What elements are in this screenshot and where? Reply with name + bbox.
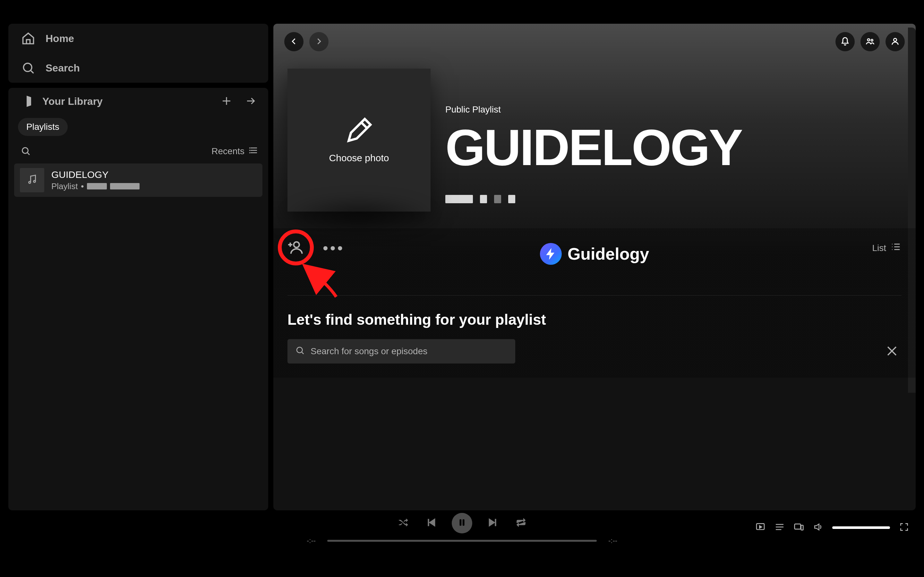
- fullscreen-icon: [899, 528, 909, 533]
- friend-activity-button[interactable]: [861, 32, 880, 51]
- playlist-type-label: Public Playlist: [445, 105, 742, 115]
- list-icon: [249, 145, 258, 157]
- nav-home-label: Home: [45, 33, 74, 45]
- invite-collaborators-button[interactable]: [288, 240, 304, 256]
- volume-slider[interactable]: [832, 526, 890, 529]
- redacted-text: [480, 195, 487, 203]
- pencil-icon: [345, 117, 373, 145]
- playlist-item-subtitle: Playlist •: [51, 181, 140, 191]
- whats-new-button[interactable]: [835, 32, 855, 51]
- watermark: Guidelogy: [540, 243, 649, 265]
- now-playing-icon: [755, 528, 766, 533]
- home-icon: [21, 31, 35, 45]
- svg-point-4: [250, 152, 250, 153]
- play-pause-button[interactable]: [452, 513, 472, 533]
- sidebar-top-panel: Home Search: [8, 24, 268, 83]
- shuffle-button[interactable]: [395, 516, 411, 531]
- connect-device-button[interactable]: [794, 522, 804, 533]
- previous-button[interactable]: [423, 516, 439, 531]
- library-search-button[interactable]: [18, 143, 33, 159]
- svg-rect-13: [463, 520, 464, 526]
- close-find-button[interactable]: [882, 342, 901, 361]
- elapsed-time: -:--: [302, 537, 321, 545]
- svg-point-2: [250, 147, 250, 148]
- view-mode-label: List: [872, 243, 886, 253]
- main-view: Choose photo Public Playlist GUIDELOGY: [273, 24, 916, 510]
- sidebar-library-panel: Your Library Playlists: [8, 88, 268, 510]
- watermark-text: Guidelogy: [567, 244, 649, 263]
- svg-point-7: [867, 39, 870, 41]
- playlist-owner-row[interactable]: [445, 195, 742, 203]
- guidelogy-logo-icon: [540, 243, 562, 265]
- playlist-title[interactable]: GUIDELOGY: [445, 122, 742, 173]
- repeat-icon: [515, 517, 527, 529]
- sidebar-playlist-item[interactable]: GUIDELOGY Playlist •: [14, 163, 262, 197]
- svg-rect-16: [801, 525, 803, 530]
- svg-point-5: [29, 181, 31, 183]
- show-more-button[interactable]: [243, 93, 258, 109]
- nav-home[interactable]: Home: [8, 24, 268, 53]
- add-user-icon: [288, 239, 304, 257]
- plus-icon: [221, 95, 232, 108]
- playlist-search-placeholder: Search for songs or episodes: [310, 346, 427, 356]
- user-icon: [891, 37, 900, 47]
- svg-point-9: [893, 38, 897, 41]
- svg-point-1: [23, 147, 28, 153]
- search-icon: [295, 346, 305, 358]
- redacted-text: [87, 183, 107, 189]
- create-playlist-button[interactable]: [219, 93, 234, 109]
- annotation-arrow: [302, 262, 340, 301]
- library-icon: [18, 93, 33, 109]
- chevron-right-icon: [314, 37, 323, 47]
- list-icon: [891, 242, 901, 255]
- next-button[interactable]: [485, 516, 501, 531]
- library-title-text: Your Library: [42, 95, 103, 107]
- devices-icon: [794, 528, 804, 533]
- svg-point-6: [34, 181, 36, 182]
- account-button[interactable]: [885, 32, 905, 51]
- playlist-item-title: GUIDELOGY: [51, 169, 140, 180]
- nav-forward-button[interactable]: [309, 32, 328, 51]
- mute-button[interactable]: [813, 522, 823, 533]
- more-options-button[interactable]: •••: [323, 239, 344, 257]
- remaining-time: -:--: [603, 537, 622, 545]
- view-mode-toggle[interactable]: List: [872, 242, 901, 255]
- chevron-left-icon: [289, 37, 298, 47]
- queue-button[interactable]: [774, 522, 785, 533]
- progress-slider[interactable]: [327, 540, 597, 542]
- find-something-heading: Let's find something for your playlist: [288, 311, 901, 328]
- playlist-thumb: [20, 168, 44, 192]
- search-icon: [20, 145, 31, 158]
- queue-icon: [774, 528, 785, 533]
- playlist-search-input[interactable]: Search for songs or episodes: [288, 339, 515, 364]
- svg-point-3: [250, 150, 250, 150]
- svg-rect-12: [460, 520, 461, 526]
- choose-photo-label: Choose photo: [329, 153, 389, 163]
- arrow-right-icon: [245, 95, 257, 108]
- nav-back-button[interactable]: [284, 32, 304, 51]
- svg-point-0: [23, 63, 32, 71]
- volume-icon: [813, 528, 823, 533]
- playlist-cover-choose-photo[interactable]: Choose photo: [288, 69, 431, 211]
- close-icon: [885, 344, 899, 359]
- nav-search[interactable]: Search: [8, 53, 268, 83]
- library-header-button[interactable]: Your Library: [18, 93, 103, 109]
- ellipsis-icon: •••: [323, 239, 344, 256]
- bell-icon: [841, 37, 850, 47]
- filter-chip-playlists[interactable]: Playlists: [18, 118, 68, 136]
- library-sort-label: Recents: [212, 146, 244, 156]
- search-icon: [21, 61, 35, 75]
- redacted-text: [494, 195, 501, 203]
- svg-point-8: [871, 39, 873, 41]
- skip-forward-icon: [487, 517, 498, 529]
- fullscreen-button[interactable]: [899, 522, 909, 533]
- svg-point-10: [294, 242, 299, 247]
- now-playing-view-button[interactable]: [755, 522, 766, 533]
- friends-icon: [866, 37, 875, 47]
- svg-point-11: [297, 347, 302, 353]
- repeat-button[interactable]: [513, 516, 529, 531]
- redacted-text: [445, 195, 473, 203]
- redacted-text: [110, 183, 140, 189]
- redacted-text: [508, 195, 515, 203]
- library-sort-button[interactable]: Recents: [212, 145, 258, 157]
